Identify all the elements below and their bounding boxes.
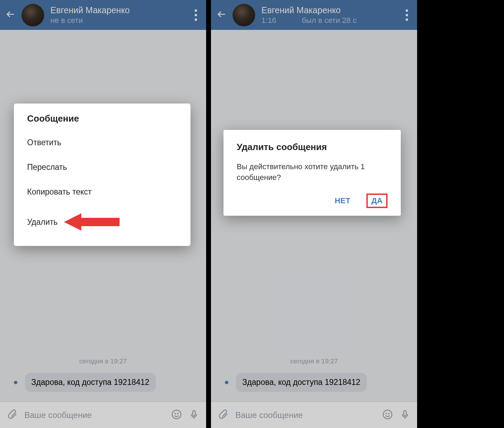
confirm-button[interactable]: ДА [366, 194, 388, 208]
pane-divider [206, 0, 211, 428]
right-pane: Евгений Макаренко 1:16 был в сети 28 с с… [211, 0, 417, 428]
confirm-body: Вы действительно хотите удалить 1 сообще… [237, 162, 388, 183]
menu-item-label: Копировать текст [27, 187, 92, 197]
arrow-left-icon [64, 212, 120, 232]
menu-item-copy-text[interactable]: Копировать текст [14, 180, 190, 204]
menu-item-forward[interactable]: Переслать [14, 155, 190, 180]
left-pane: Евгений Макаренко не в сети сегодня в 19… [0, 0, 206, 428]
menu-item-label: Переслать [27, 163, 67, 172]
menu-title: Сообщение [14, 113, 190, 130]
svg-marker-4 [64, 213, 120, 231]
confirm-delete-dialog: Удалить сообщения Вы действительно хотит… [223, 130, 401, 216]
menu-item-label: Удалить [27, 217, 58, 227]
menu-item-label: Ответить [27, 138, 61, 147]
message-context-menu: Сообщение Ответить Переслать Копировать … [14, 104, 190, 246]
menu-item-delete[interactable]: Удалить [14, 204, 190, 240]
cancel-button[interactable]: НЕТ [331, 194, 354, 208]
confirm-actions: НЕТ ДА [237, 194, 388, 208]
menu-item-reply[interactable]: Ответить [14, 130, 190, 155]
confirm-title: Удалить сообщения [237, 142, 388, 153]
